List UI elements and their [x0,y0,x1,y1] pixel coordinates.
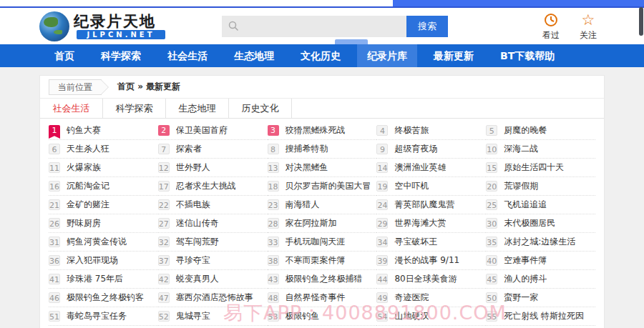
nav-item-3[interactable]: 社会生活 [157,44,218,67]
list-item: 39漫长的战事 9/11 [376,252,486,270]
rank-badge: 2 [158,125,170,136]
rank-badge: 55 [486,311,497,322]
doc-title-link[interactable]: 厨魔的晚餐 [504,124,547,136]
nav-item-1[interactable]: 首页 [44,44,84,67]
doc-title-link[interactable]: 蛮野一家 [504,292,538,304]
doc-title-link[interactable]: 寻宝破坏王 [394,236,437,248]
watched-link[interactable]: 看过 [538,12,564,41]
doc-title-link[interactable]: 超级育夜场 [394,143,437,155]
doc-title-link[interactable]: 末代极圈居民 [504,217,555,229]
scrollbar-thumb[interactable] [639,7,643,36]
list-item: 37寻珍夺宝 [158,252,268,270]
doc-title-link[interactable]: 贝尔罗吉斯的美国大冒 [286,180,371,192]
doc-title-link[interactable]: 自然界怪奇事件 [286,292,346,304]
doc-title-link[interactable]: 天生杀人狂 [67,143,109,155]
nav-item-4[interactable]: 生态地理 [224,44,284,67]
follow-link[interactable]: ☆ 关注 [575,12,601,41]
rank-badge: 8 [268,144,279,154]
rank-badge: 31 [49,237,60,247]
doc-title-link[interactable]: 野味厨房 [67,217,101,229]
doc-title-link[interactable]: 奇迹医院 [394,292,429,304]
doc-title-link[interactable]: 毒蛇岛寻宝任务 [67,310,127,322]
doc-title-link[interactable]: 忍者求生大挑战 [176,180,236,192]
rank-badge: 18 [268,181,279,192]
doc-title-link[interactable]: 极限钓鱼 [286,310,320,322]
rank-badge: 30 [486,218,497,229]
content-card: 当前位置 首页 » 最新更新 社会生活科学探索生态地理历史文化 1钓鱼大赛2保卫… [39,75,605,328]
doc-title-link[interactable]: 菁英部队魔鬼营 [394,199,454,211]
doc-title-link[interactable]: 死亡射线 特斯拉死因 [504,310,584,322]
doc-title-link[interactable]: 山地硬汉 [394,310,429,322]
site-title: 纪录片天地 [74,14,165,29]
doc-title-link[interactable]: 空难事件簿 [504,254,547,267]
rank-badge: 53 [268,311,279,322]
tab-1[interactable]: 社会生活 [40,99,103,118]
doc-title-link[interactable]: 世外野人 [176,161,210,174]
doc-title-link[interactable]: 不插电族 [176,199,210,211]
list-item: 15原始生活四十天 [486,159,595,177]
site-logo[interactable]: 纪录片天地 JLPCN.NET [39,11,165,41]
search-input[interactable] [222,16,406,37]
doc-title-link[interactable]: 飞机追追追 [504,199,547,211]
doc-title-link[interactable]: 钓鱼大赛 [67,124,101,136]
doc-title-link[interactable]: 鳄鱼河黄金传说 [67,236,127,248]
doc-title-link[interactable]: 迷信山传奇 [176,217,219,229]
rank-badge: 39 [376,255,388,266]
search-button[interactable]: 搜索 [406,16,448,37]
follow-label: 关注 [580,29,597,41]
doc-title-link[interactable]: 冰封之城:边缘生活 [504,236,575,248]
doc-title-link[interactable]: 驾车闯荒野 [176,236,219,248]
doc-title-link[interactable]: 深入犯罪现场 [67,254,118,267]
doc-title-link[interactable]: 极限钓鱼之终极钓客 [67,292,144,304]
nav-item-2[interactable]: 科学探索 [91,44,151,67]
rank-badge: 16 [49,181,60,192]
list-item: 6天生杀人狂 [49,140,158,159]
doc-title-link[interactable]: 渔人的搏斗 [504,273,547,285]
doc-title-link[interactable]: 深海二战 [504,143,538,155]
doc-title-link[interactable]: 世界海滩大赏 [394,217,446,229]
doc-title-link[interactable]: 蜕变真男人 [176,273,219,285]
vertical-scrollbar[interactable] [638,0,644,328]
breadcrumb-path[interactable]: 首页 » 最新更新 [117,81,180,93]
nav-item-6[interactable]: 纪录片库 [357,44,417,67]
doc-title-link[interactable]: 家在阿拉斯加 [286,217,337,229]
doc-title-link[interactable]: 极限钓鱼之终极捕猎 [286,273,363,285]
doc-title-link[interactable]: 狡猾黑鳍殊死战 [286,124,346,136]
doc-title-link[interactable]: 对决黑鳍鱼 [286,161,328,174]
doc-title-link[interactable]: 空中吓机 [394,180,429,192]
doc-title-link[interactable]: 寻珍夺宝 [176,254,210,267]
doc-title-link[interactable]: 手机玩咖闯天涯 [286,236,346,248]
list-item: 26野味厨房 [49,214,158,233]
list-item: 53极限钓鱼 [268,307,377,326]
doc-title-link[interactable]: 荒谬假期 [504,180,538,192]
nav-item-5[interactable]: 文化历史 [291,44,351,67]
doc-title-link[interactable]: 不寒而栗案件簿 [286,254,346,267]
list-item: 54山地硬汉 [376,307,486,326]
doc-title-link[interactable]: 原始生活四十天 [504,161,564,174]
doc-title-link[interactable]: 漫长的战事 9/11 [394,254,459,267]
doc-title-link[interactable]: 金矿的赌注 [67,199,109,211]
tab-2[interactable]: 科学探索 [103,99,166,118]
doc-title-link[interactable]: 沉船淘金记 [67,180,109,192]
rank-badge: 50 [486,292,497,303]
doc-title-link[interactable]: 澳洲渔业英雄 [394,161,446,174]
rank-badge: 35 [486,237,497,247]
rank-badge: 3 [268,125,279,136]
doc-title-link[interactable]: 珍珠港 75年后 [67,273,123,285]
doc-title-link[interactable]: 终极苦旅 [394,124,429,136]
nav-item-8[interactable]: BT下载帮助 [490,44,565,67]
doc-title-link[interactable]: 南海猎人 [286,199,320,211]
search-input-wrap [222,16,406,37]
site-domain-badge: JLPCN.NET [77,30,165,39]
doc-title-link[interactable]: 鬼城寻宝 [176,310,210,322]
doc-title-link[interactable]: 探索者 [176,143,202,155]
nav-item-7[interactable]: 最新更新 [424,44,484,67]
doc-title-link[interactable]: 保卫美国首府 [176,124,228,136]
doc-title-link[interactable]: 80日全球美食游 [394,273,457,285]
doc-title-link[interactable]: 搜捕希特勒 [286,143,328,155]
doc-title-link[interactable]: 塞西尔酒店恐怖故事 [176,292,253,304]
list-item: 34寻宝破坏王 [376,233,486,252]
tab-4[interactable]: 历史文化 [229,99,292,118]
doc-title-link[interactable]: 火爆家族 [67,161,101,174]
tab-3[interactable]: 生态地理 [166,99,229,118]
